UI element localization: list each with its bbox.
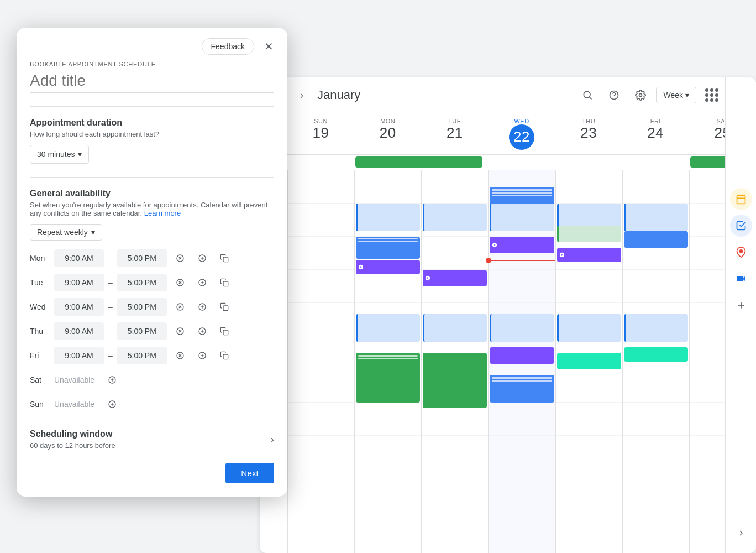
tue-clear-btn[interactable]: [171, 274, 189, 291]
repeat-dropdown[interactable]: Repeat weekly ▾: [30, 224, 102, 241]
thu-end-time[interactable]: [117, 322, 167, 340]
wed-copy-btn[interactable]: [216, 298, 233, 316]
scheduling-window-row[interactable]: Scheduling window 60 days to 12 hours be…: [30, 420, 274, 452]
avail-row-sun: Sun Unavailable: [30, 395, 274, 413]
appointment-duration-section: Appointment duration How long should eac…: [30, 118, 274, 164]
cal-event-tue-1[interactable]: [423, 204, 487, 231]
close-button[interactable]: ✕: [259, 36, 279, 56]
right-sidebar: [725, 77, 756, 553]
wed-start-time[interactable]: [54, 298, 104, 316]
fri-copy-btn[interactable]: [216, 347, 233, 364]
sidebar-expand-icon[interactable]: [730, 522, 752, 544]
avail-row-fri: Fri –: [30, 347, 274, 364]
svg-rect-46: [223, 354, 228, 359]
cal-day-headers: SUN 19 MON 20 TUE 21 WED 22 THU 23 FRI 2…: [260, 113, 756, 155]
mon-start-time[interactable]: [54, 249, 104, 267]
cal-event-fri-2[interactable]: [624, 231, 688, 248]
thu-clear-btn[interactable]: [171, 322, 189, 340]
cal-event-tue-3[interactable]: [423, 314, 487, 342]
help-icon-btn[interactable]: [603, 84, 625, 106]
title-input[interactable]: [30, 72, 274, 93]
day-label-wed: Wed: [30, 302, 50, 311]
day-label-sun: Sun: [30, 400, 50, 409]
cal-event-thu-3[interactable]: [557, 248, 621, 262]
cal-event-fri-4[interactable]: [624, 347, 688, 362]
cal-event-thu-5[interactable]: [557, 353, 621, 369]
feedback-button[interactable]: Feedback: [202, 38, 254, 55]
sun-add-btn[interactable]: [103, 395, 121, 413]
wed-add-btn[interactable]: [193, 298, 211, 316]
duration-dropdown[interactable]: 30 minutes ▾: [30, 145, 89, 164]
cal-event-mon-4[interactable]: [356, 314, 420, 342]
cal-event-fri-1[interactable]: [624, 204, 688, 231]
cal-event-wed-2[interactable]: [490, 204, 554, 231]
thu-add-btn[interactable]: [193, 322, 211, 340]
sidebar-meet-icon[interactable]: [730, 268, 752, 290]
day-header-fri: FRI 24: [622, 113, 689, 154]
svg-rect-25: [223, 281, 228, 286]
cal-event-tue-4[interactable]: [423, 353, 487, 408]
cal-event-mon-2[interactable]: [356, 237, 420, 259]
cal-event-wed-4[interactable]: [490, 314, 554, 342]
modal-footer: Next: [17, 452, 287, 483]
fri-add-btn[interactable]: [193, 347, 211, 364]
sidebar-tasks-icon[interactable]: [730, 215, 752, 237]
next-button[interactable]: Next: [225, 463, 274, 483]
cal-event-tue-2[interactable]: [423, 270, 487, 286]
tue-start-time[interactable]: [54, 274, 104, 291]
cal-event-thu-4[interactable]: [557, 314, 621, 342]
day-label-thu: Thu: [30, 327, 50, 336]
tue-add-btn[interactable]: [193, 274, 211, 291]
sat-add-btn[interactable]: [103, 371, 121, 389]
svg-rect-32: [223, 306, 228, 311]
day-header-mon: MON 20: [354, 113, 421, 154]
mon-copy-btn[interactable]: [216, 249, 233, 267]
learn-more-link[interactable]: Learn more: [144, 209, 181, 217]
thu-start-time[interactable]: [54, 322, 104, 340]
sidebar-calendar-icon[interactable]: [730, 188, 752, 210]
settings-icon-btn[interactable]: [629, 84, 652, 106]
cal-event-wed-5[interactable]: [490, 347, 554, 364]
cal-event-wed-6[interactable]: [490, 375, 554, 403]
sidebar-maps-icon[interactable]: [730, 241, 752, 263]
day-label-tue: Tue: [30, 278, 50, 287]
mon-end-time[interactable]: [117, 249, 167, 267]
mon-add-btn[interactable]: [193, 249, 211, 267]
general-avail-desc: Set when you're regularly available for …: [30, 201, 274, 217]
cal-event-mon-1[interactable]: [356, 204, 420, 231]
cal-event-mon-5[interactable]: [356, 353, 420, 403]
thu-copy-btn[interactable]: [216, 322, 233, 340]
sidebar-add-icon[interactable]: [730, 294, 752, 316]
all-day-row: [260, 155, 756, 170]
tue-end-time[interactable]: [117, 274, 167, 291]
duration-desc: How long should each appointment last?: [30, 130, 274, 138]
svg-line-1: [590, 97, 592, 100]
cal-toolbar: Week ▾: [576, 84, 747, 106]
cal-next-btn[interactable]: ›: [293, 86, 311, 104]
avail-row-mon: Mon –: [30, 249, 274, 267]
cal-event-thu-2[interactable]: [557, 226, 621, 242]
mon-clear-btn[interactable]: [171, 249, 189, 267]
sat-unavailable: Unavailable: [54, 375, 95, 384]
svg-rect-18: [223, 257, 228, 262]
tue-copy-btn[interactable]: [216, 274, 233, 291]
cal-col-fri: [622, 170, 689, 553]
fri-end-time[interactable]: [117, 347, 167, 364]
duration-dropdown-icon: ▾: [78, 150, 82, 159]
grid-apps-btn[interactable]: [701, 84, 723, 106]
day-header-wed: WED 22: [488, 113, 555, 154]
repeat-value: Repeat weekly: [37, 228, 88, 237]
wed-end-time[interactable]: [117, 298, 167, 316]
svg-rect-5: [737, 195, 745, 204]
day-header-sun: SUN 19: [287, 113, 354, 154]
wed-clear-btn[interactable]: [171, 298, 189, 316]
cal-event-mon-3[interactable]: [356, 260, 420, 274]
fri-clear-btn[interactable]: [171, 347, 189, 364]
cal-event-fri-3[interactable]: [624, 314, 688, 342]
view-mode-dropdown[interactable]: Week ▾: [656, 87, 696, 103]
search-icon-btn[interactable]: [576, 84, 599, 106]
cal-event-wed-3[interactable]: [490, 237, 554, 253]
cal-body: 8 AM 9 AM 10 AM 11 AM 12 PM 1 PM 2 PM: [260, 170, 756, 553]
svg-point-9: [739, 250, 742, 253]
fri-start-time[interactable]: [54, 347, 104, 364]
